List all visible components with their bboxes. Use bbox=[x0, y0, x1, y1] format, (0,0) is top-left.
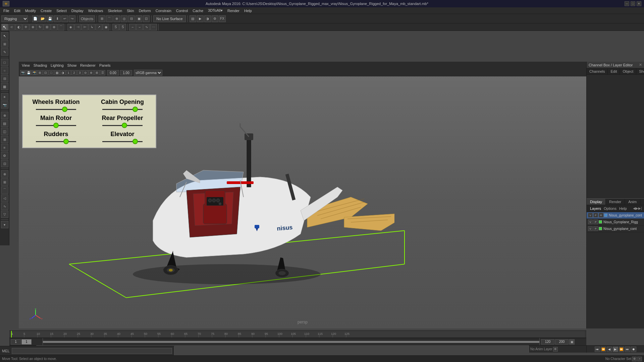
skin1-btn[interactable]: S bbox=[112, 24, 119, 31]
more-tools-btn[interactable]: ▾ bbox=[1, 221, 8, 228]
uv-editor-btn[interactable]: ⊞ bbox=[1, 136, 8, 143]
snap-live-btn[interactable]: ▣ bbox=[136, 15, 142, 22]
layer2-v-btn[interactable]: V bbox=[588, 220, 593, 224]
cabin-opening-thumb[interactable] bbox=[132, 107, 138, 112]
polygon-plane-btn[interactable]: ▦ bbox=[1, 83, 8, 90]
anim-layer-options-btn[interactable]: ⚙ bbox=[553, 347, 558, 352]
vp-near-clip[interactable] bbox=[107, 70, 119, 75]
maximize-button[interactable]: □ bbox=[631, 1, 635, 6]
vp-snap-btn[interactable]: 📸 bbox=[32, 70, 37, 75]
layer2-p-btn[interactable]: P bbox=[593, 220, 598, 224]
tab-show[interactable]: Show bbox=[636, 68, 644, 74]
vp-lighting-menu[interactable]: Lighting bbox=[49, 63, 65, 68]
soft-mod-btn[interactable]: ⌒ bbox=[58, 24, 64, 31]
vp-far-clip[interactable] bbox=[120, 70, 132, 75]
layers-tab[interactable]: Layers bbox=[589, 206, 602, 211]
vp-sel-btn[interactable]: ⊞ bbox=[37, 70, 43, 75]
paint-sel-btn[interactable]: ◐ bbox=[15, 24, 22, 31]
wheels-rotation-thumb[interactable] bbox=[62, 107, 67, 112]
menu-display[interactable]: Display bbox=[69, 8, 86, 13]
polygon-cube-btn[interactable]: □ bbox=[1, 59, 8, 66]
new-file-btn[interactable]: 📄 bbox=[32, 15, 39, 22]
redo-btn[interactable]: ↪ bbox=[69, 15, 75, 22]
tab-render[interactable]: Render bbox=[606, 199, 625, 205]
lasso-btn[interactable]: ⊂ bbox=[8, 24, 15, 31]
help-tab[interactable]: Help bbox=[618, 206, 628, 211]
time-ruler[interactable]: 1 5 10 15 20 25 30 35 40 bbox=[9, 330, 586, 338]
light-tool-btn[interactable]: ☀ bbox=[1, 93, 8, 101]
render-setup-btn[interactable]: ▤ bbox=[1, 120, 8, 127]
vp-panels-menu[interactable]: Panels bbox=[98, 63, 112, 68]
vp-hud-btn[interactable]: ☰ bbox=[100, 70, 105, 75]
layer1-r-btn[interactable]: R bbox=[599, 213, 603, 218]
ipr-btn[interactable]: ◑ bbox=[204, 15, 211, 22]
render-region-btn[interactable]: ▤ bbox=[190, 15, 196, 22]
vp-renderer-menu[interactable]: Renderer bbox=[78, 63, 97, 68]
select-mode-btn[interactable]: ↖ bbox=[1, 32, 8, 40]
vp-quality3-btn[interactable]: 3 bbox=[77, 70, 83, 75]
main-rotor-track[interactable] bbox=[36, 125, 76, 126]
undo-btn[interactable]: ↩ bbox=[61, 15, 68, 22]
mode-select[interactable]: Rigging bbox=[1, 15, 28, 22]
menu-modify[interactable]: Modify bbox=[23, 8, 38, 13]
fk-btn[interactable]: ↗ bbox=[96, 24, 102, 31]
flare-btn[interactable]: ◁ bbox=[1, 194, 8, 202]
vp-solid-btn[interactable]: □ bbox=[49, 70, 54, 75]
polygon-cylinder-btn[interactable]: ⊟ bbox=[1, 75, 8, 82]
range-options-btn[interactable]: ▣ bbox=[569, 339, 575, 345]
vp-quality2-btn[interactable]: 2 bbox=[71, 70, 77, 75]
step-back-btn[interactable]: ⏪ bbox=[601, 347, 606, 352]
paint-tool-btn[interactable]: ✎ bbox=[1, 48, 8, 56]
layers-nav-prev[interactable]: ◀ bbox=[633, 206, 636, 210]
vp-wireframe-btn[interactable]: ⊡ bbox=[43, 70, 48, 75]
fx-btn[interactable]: FX bbox=[219, 15, 226, 22]
channel-box-close[interactable]: ✕ bbox=[639, 63, 642, 67]
layers-nav-next[interactable]: ▶ bbox=[636, 206, 638, 210]
move-tool-btn[interactable]: ✛ bbox=[22, 24, 29, 31]
display-settings-btn[interactable]: ⊕ bbox=[1, 112, 8, 119]
goto-start-btn[interactable]: ⏮ bbox=[595, 347, 600, 352]
tab-edit[interactable]: Edit bbox=[608, 68, 620, 74]
snap-curve-btn[interactable]: ⌒ bbox=[106, 15, 113, 22]
menu-edit[interactable]: Edit bbox=[12, 8, 22, 13]
snap-point-btn[interactable]: ⊕ bbox=[113, 15, 120, 22]
open-file-btn[interactable]: 📂 bbox=[39, 15, 46, 22]
rudders-track[interactable] bbox=[36, 141, 76, 142]
curve-tool1[interactable]: ⌢ bbox=[129, 24, 136, 31]
menu-windows[interactable]: Windows bbox=[86, 8, 105, 13]
menu-3dtool[interactable]: 3DToAll▾ bbox=[206, 8, 225, 13]
tab-anim[interactable]: Anim bbox=[625, 199, 640, 205]
vp-texture-btn[interactable]: ▦ bbox=[54, 70, 60, 75]
vp-view-menu[interactable]: View bbox=[20, 63, 32, 68]
layer1-p-btn[interactable]: P bbox=[593, 213, 598, 218]
curve-tool2[interactable]: ⌣ bbox=[136, 24, 143, 31]
skin2-btn[interactable]: S bbox=[119, 24, 126, 31]
menu-help[interactable]: Help bbox=[242, 8, 254, 13]
curve-tool3[interactable]: ∿ bbox=[143, 24, 150, 31]
insert-joint-btn[interactable]: ⊢ bbox=[82, 24, 88, 31]
vp-save-btn[interactable]: 💾 bbox=[26, 70, 31, 75]
vp-shading-menu[interactable]: Shading bbox=[32, 63, 49, 68]
play-back-btn[interactable]: ◀ bbox=[607, 347, 612, 352]
pivot-btn[interactable]: ⊗ bbox=[30, 24, 36, 31]
channel-box-btn[interactable]: ⊡ bbox=[1, 160, 8, 167]
vp-isolate-btn[interactable]: ⊖ bbox=[83, 70, 88, 75]
save-file-btn[interactable]: 💾 bbox=[47, 15, 53, 22]
vp-cam-btn[interactable]: 📷 bbox=[20, 70, 25, 75]
tab-display[interactable]: Display bbox=[587, 199, 606, 205]
rear-propeller-thumb[interactable] bbox=[122, 123, 127, 128]
main-rotor-thumb[interactable] bbox=[53, 123, 59, 128]
viewport[interactable]: View Shading Lighting Show Renderer Pane… bbox=[19, 62, 586, 328]
polygon-sphere-btn[interactable]: ○ bbox=[1, 67, 8, 74]
component-mode-btn[interactable]: ⊞ bbox=[1, 40, 8, 48]
menu-select[interactable]: Select bbox=[54, 8, 69, 13]
scale-tool-btn[interactable]: ⊞ bbox=[44, 24, 50, 31]
layer-row-3[interactable]: V P Nisus_gyroplane_cont bbox=[587, 226, 644, 232]
menu-cache[interactable]: Cache bbox=[191, 8, 205, 13]
mirror-btn[interactable]: ⊣ bbox=[74, 24, 81, 31]
show-manip-btn[interactable]: ◈ bbox=[67, 24, 74, 31]
rudders-thumb[interactable] bbox=[63, 139, 69, 144]
rear-propeller-track[interactable] bbox=[102, 125, 143, 126]
scene-3d[interactable]: Wheels Rotation Cabin Opening Main Rotor bbox=[19, 76, 586, 328]
attr-editor-btn[interactable]: ≡ bbox=[1, 144, 8, 151]
